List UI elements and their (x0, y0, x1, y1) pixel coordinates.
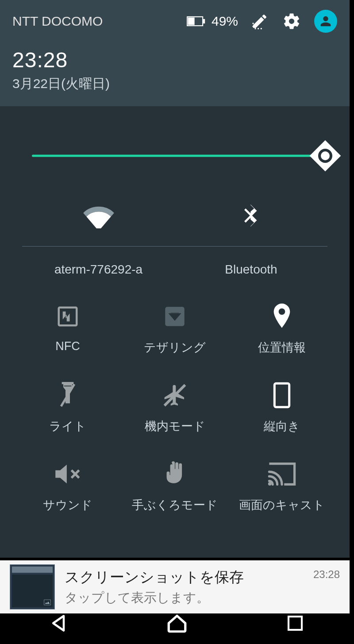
tile-airplane[interactable]: 機内モード (121, 382, 228, 434)
flashlight-icon (59, 382, 77, 409)
edit-icon[interactable] (250, 12, 269, 31)
tile-flashlight-label: ライト (49, 418, 86, 434)
battery-percent: 49% (212, 14, 238, 29)
airplane-icon (162, 382, 187, 409)
tile-flashlight[interactable]: ライト (14, 382, 121, 434)
sound-mute-icon (54, 461, 82, 487)
user-avatar[interactable] (314, 10, 337, 33)
glove-icon (162, 461, 187, 487)
tile-bluetooth-label: Bluetooth (225, 262, 277, 277)
qs-header: NTT DOCOMO 49% 23:28 3月22日(火曜日) (0, 0, 350, 106)
svg-point-3 (254, 28, 256, 29)
tethering-icon (162, 303, 188, 330)
notification-text: スクリーンショットを保存 タップして表示します。 (65, 567, 304, 607)
tile-airplane-label: 機内モード (145, 418, 205, 434)
svg-point-7 (252, 23, 254, 24)
wifi-icon (83, 201, 115, 230)
tile-portrait[interactable]: 縦向き (228, 382, 335, 434)
tile-glove[interactable]: 手ぶくろモード (121, 461, 228, 513)
tile-bluetooth[interactable]: Bluetooth (175, 201, 327, 277)
svg-point-6 (252, 26, 254, 27)
tile-cast-label: 画面のキャスト (239, 497, 325, 513)
svg-point-5 (261, 28, 262, 29)
tile-sound[interactable]: サウンド (14, 461, 121, 513)
notification-time: 23:28 (313, 568, 340, 581)
nav-recents-icon[interactable] (283, 611, 308, 636)
clock-date[interactable]: 3月22日(火曜日) (12, 75, 337, 93)
qs-header-icons (250, 10, 337, 33)
tile-sound-label: サウンド (43, 497, 92, 513)
bluetooth-icon (242, 201, 261, 230)
svg-rect-12 (274, 383, 289, 407)
clock-time[interactable]: 23:28 (12, 48, 337, 72)
battery-icon (187, 12, 205, 31)
tile-nfc-label: NFC (55, 339, 80, 353)
svg-point-4 (258, 28, 259, 29)
tile-location-label: 位置情報 (258, 339, 306, 355)
system-nav-bar (0, 602, 354, 644)
svg-rect-1 (203, 19, 205, 23)
brightness-slider[interactable] (32, 143, 323, 169)
tile-cast[interactable]: 画面のキャスト (228, 461, 335, 513)
qs-header-top: NTT DOCOMO 49% (12, 10, 337, 33)
location-icon (272, 303, 292, 330)
tile-portrait-label: 縦向き (264, 418, 300, 434)
carrier-label: NTT DOCOMO (12, 14, 174, 29)
tile-glove-label: 手ぶくろモード (132, 497, 218, 513)
nav-home-icon[interactable] (165, 611, 189, 636)
notification-title: スクリーンショットを保存 (65, 567, 304, 587)
nav-back-icon[interactable] (46, 611, 71, 636)
tile-location[interactable]: 位置情報 (228, 303, 335, 355)
tile-nfc[interactable]: NFC (14, 303, 121, 355)
qs-grid: NFC テザリング 位置情報 ライト 機内モード (14, 303, 335, 513)
quick-settings-panel: NTT DOCOMO 49% 23:28 3月22日(火曜日) (0, 0, 350, 558)
brightness-thumb-icon[interactable] (310, 140, 341, 172)
tile-wifi-label: aterm-776292-a (54, 262, 142, 277)
svg-rect-15 (289, 617, 302, 630)
svg-rect-9 (62, 382, 74, 384)
qs-wide-row: aterm-776292-a Bluetooth (22, 201, 327, 277)
battery-indicator[interactable]: 49% (187, 12, 238, 31)
svg-rect-2 (188, 18, 194, 25)
tile-tethering-label: テザリング (144, 339, 206, 355)
settings-gear-icon[interactable] (282, 12, 301, 31)
svg-point-13 (268, 482, 272, 486)
brightness-track (32, 155, 323, 157)
portrait-icon (273, 382, 291, 409)
cast-icon (268, 461, 296, 487)
nfc-icon (56, 303, 80, 330)
tile-wifi[interactable]: aterm-776292-a (22, 201, 175, 277)
tile-tethering[interactable]: テザリング (121, 303, 228, 355)
